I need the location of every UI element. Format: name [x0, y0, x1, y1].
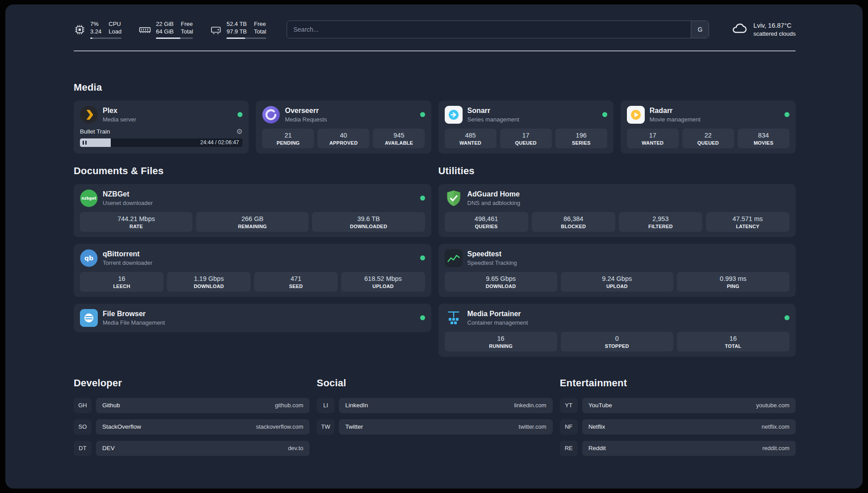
- stat-tile: 9.65 GbpsDOWNLOAD: [445, 272, 557, 292]
- cpu-stat: 7% 3.24 CPU Load: [74, 21, 121, 39]
- search-input[interactable]: [287, 21, 691, 38]
- app-subtitle: Media Requests: [285, 116, 327, 123]
- bookmark-row-netflix: NF Netflix netflix.com: [560, 419, 796, 435]
- bookmark-link-youtube[interactable]: YouTube youtube.com: [582, 398, 796, 413]
- bookmark-link-dev[interactable]: DEV dev.to: [96, 441, 309, 456]
- bookmark-row-reddit: RE Reddit reddit.com: [560, 441, 796, 456]
- bookmark-link-stackoverflow[interactable]: StackOverflow stackoverflow.com: [96, 419, 309, 435]
- media-section-title: Media: [74, 82, 796, 93]
- stat-tile: 471SEED: [254, 272, 338, 292]
- search-provider-button[interactable]: G: [691, 21, 709, 38]
- app-subtitle: Media server: [103, 116, 136, 123]
- stat-tile: 9.24 GbpsUPLOAD: [561, 272, 673, 292]
- bookmark-abbr: SO: [74, 419, 92, 435]
- cloud-icon: [730, 21, 748, 38]
- sonarr-card[interactable]: Sonarr Series management 485WANTED 17QUE…: [438, 100, 613, 154]
- cpu-label: CPU: [108, 21, 121, 28]
- bookmark-link-linkedin[interactable]: LinkedIn linkedin.com: [339, 398, 552, 413]
- stat-tile: 266 GBREMAINING: [196, 212, 309, 232]
- overseerr-icon: [262, 106, 280, 124]
- entertainment-section-title: Entertainment: [560, 377, 796, 389]
- stat-tile: 618.52 MbpsUPLOAD: [341, 272, 425, 292]
- bookmark-row-linkedin: LI LinkedIn linkedin.com: [317, 398, 552, 413]
- status-dot: [785, 315, 789, 320]
- svg-text:nzbget: nzbget: [82, 196, 96, 201]
- app-subtitle: Usenet downloader: [103, 200, 153, 206]
- app-name: Speedtest: [467, 250, 517, 258]
- app-name: AdGuard Home: [467, 190, 521, 198]
- nzbget-icon: nzbget: [80, 189, 98, 207]
- app-subtitle: Speedtest Tracking: [467, 259, 517, 266]
- disk-icon: [210, 24, 222, 36]
- ram-total-label: Total: [181, 28, 193, 36]
- app-subtitle: Movie management: [650, 116, 701, 123]
- stat-tile: 17WANTED: [627, 129, 679, 148]
- adguard-icon: [445, 189, 463, 207]
- bookmark-abbr: TW: [317, 419, 334, 435]
- stat-tile: 39.6 TBDOWNLOADED: [312, 212, 425, 232]
- app-name: Media Portainer: [467, 309, 528, 318]
- stat-tile: 16RUNNING: [445, 332, 557, 351]
- qbittorrent-icon: qb: [80, 249, 98, 267]
- app-name: NZBGet: [103, 190, 153, 198]
- stat-tile: 1.19 GbpsDOWNLOAD: [167, 272, 250, 292]
- playback-progress-bar[interactable]: 24:44 / 02:06:47: [80, 138, 242, 147]
- stat-tile: 21PENDING: [262, 129, 314, 148]
- app-subtitle: Torrent downloader: [103, 259, 152, 266]
- portainer-card[interactable]: Media Portainer Container management 16R…: [438, 304, 796, 357]
- utilities-section-title: Utilities: [438, 165, 796, 177]
- social-bookmarks: Social LI LinkedIn linkedin.com TW Twitt…: [317, 377, 552, 441]
- disk-free-value: 52.4 TB: [226, 21, 246, 28]
- radarr-icon: [627, 106, 645, 124]
- filebrowser-icon: [80, 309, 98, 327]
- disk-total-value: 97.9 TB: [226, 28, 246, 36]
- stat-tile: 0STOPPED: [561, 332, 673, 351]
- bookmark-row-dev: DT DEV dev.to: [74, 441, 309, 456]
- gear-icon[interactable]: ⚙: [236, 128, 242, 135]
- weather-description: scattered clouds: [753, 30, 796, 38]
- pause-icon[interactable]: [83, 141, 87, 145]
- radarr-card[interactable]: Radarr Movie management 17WANTED 22QUEUE…: [621, 100, 796, 154]
- documents-section-title: Documents & Files: [74, 165, 431, 177]
- nzbget-card[interactable]: nzbget NZBGet Usenet downloader 744.21 M…: [74, 184, 431, 237]
- adguard-card[interactable]: AdGuard Home DNS and adblocking 498,461Q…: [438, 184, 796, 237]
- system-stats-group: 7% 3.24 CPU Load: [74, 21, 266, 39]
- filebrowser-card[interactable]: File Browser Media File Management: [74, 304, 431, 332]
- stat-tile: 16LEECH: [80, 272, 163, 292]
- social-section-title: Social: [317, 377, 552, 389]
- app-name: qBittorrent: [103, 250, 152, 258]
- stat-tile: 744.21 MbpsRATE: [80, 212, 192, 232]
- stat-tile: 196SERIES: [555, 129, 607, 148]
- bookmark-link-reddit[interactable]: Reddit reddit.com: [582, 441, 796, 456]
- bookmark-link-github[interactable]: Github github.com: [96, 398, 309, 413]
- plex-card[interactable]: Plex Media server Bullet Train ⚙ 24:44 /…: [74, 100, 249, 154]
- weather-location-temp: Lviv, 16.87°C: [753, 21, 796, 30]
- speedtest-icon: [445, 249, 463, 267]
- ram-free-value: 22 GiB: [156, 21, 174, 28]
- stat-tile: 945AVAILABLE: [373, 129, 425, 148]
- cpu-percent: 7%: [90, 21, 101, 28]
- dashboard-panel: 7% 3.24 CPU Load: [5, 4, 863, 489]
- stat-tile: 86,384BLOCKED: [532, 212, 615, 232]
- developer-section-title: Developer: [74, 377, 309, 389]
- stat-tile: 498,461QUERIES: [445, 212, 528, 232]
- app-name: Overseerr: [285, 106, 327, 115]
- bookmark-link-netflix[interactable]: Netflix netflix.com: [582, 419, 796, 435]
- bookmark-abbr: DT: [74, 441, 92, 456]
- app-subtitle: DNS and adblocking: [467, 200, 521, 206]
- stat-tile: 2,953FILTERED: [619, 212, 702, 232]
- status-dot: [420, 196, 425, 201]
- now-playing-title: Bullet Train: [80, 128, 110, 135]
- ram-free-label: Free: [181, 21, 193, 28]
- app-subtitle: Series management: [467, 116, 519, 123]
- stat-tile: 22QUEUED: [682, 129, 734, 148]
- status-dot: [420, 315, 425, 320]
- overseerr-card[interactable]: Overseerr Media Requests 21PENDING 40APP…: [256, 100, 431, 154]
- stat-tile: 17QUEUED: [500, 129, 552, 148]
- speedtest-card[interactable]: Speedtest Speedtest Tracking 9.65 GbpsDO…: [438, 244, 796, 297]
- app-subtitle: Container management: [467, 319, 528, 326]
- bookmark-link-twitter[interactable]: Twitter twitter.com: [339, 419, 552, 435]
- status-dot: [785, 112, 789, 117]
- qbittorrent-card[interactable]: qb qBittorrent Torrent downloader 16LEEC…: [74, 244, 431, 297]
- search-bar: G: [287, 21, 709, 38]
